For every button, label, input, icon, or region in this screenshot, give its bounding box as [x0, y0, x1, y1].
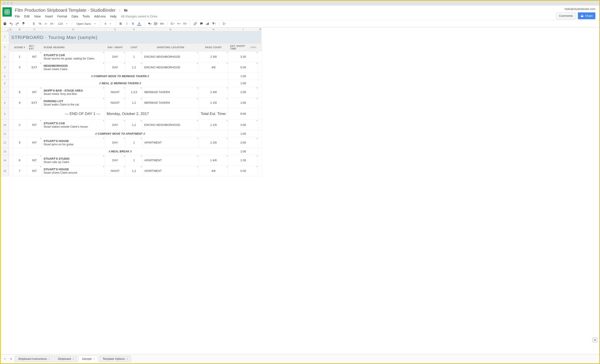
scene-heading[interactable]: PARKING LOTStuart walks Claire to the ca… — [42, 98, 105, 108]
folder-icon[interactable] — [124, 9, 128, 12]
dropdown-icon[interactable] — [40, 120, 41, 121]
dropdown-icon[interactable] — [103, 138, 104, 139]
scene-location[interactable]: ENCINO NEIGHBORHOOD — [142, 120, 199, 130]
dropdown-icon[interactable] — [40, 88, 41, 89]
col-header-C[interactable]: C — [27, 27, 42, 32]
borders-icon[interactable]: ▾ — [154, 22, 158, 26]
row-header[interactable]: 14 — [1, 155, 9, 166]
menu-data[interactable]: Data — [72, 15, 78, 18]
sheet-title[interactable]: STRIPBOARD · Touring Man (sample) — [9, 32, 261, 43]
dropdown-icon[interactable] — [124, 138, 125, 139]
dropdown-icon[interactable] — [103, 156, 104, 157]
tab-sample[interactable]: Sample▾ — [79, 355, 98, 362]
dropdown-icon[interactable] — [256, 63, 257, 64]
merge-cells-icon[interactable]: ▾ — [160, 22, 164, 26]
scene-int-ext[interactable]: INT — [27, 120, 42, 130]
all-sheets-button[interactable]: ≡ — [9, 356, 13, 361]
dropdown-icon[interactable] — [141, 88, 142, 89]
scene-number[interactable]: 1 — [12, 52, 27, 62]
redo-icon[interactable] — [15, 22, 19, 26]
scene-int-ext[interactable]: INT — [27, 52, 42, 62]
row-header[interactable]: 15 — [1, 166, 9, 176]
scene-number[interactable]: 5 — [12, 137, 27, 148]
dropdown-icon[interactable] — [103, 166, 104, 167]
dropdown-icon[interactable] — [226, 63, 227, 64]
italic-icon[interactable]: I — [125, 22, 129, 26]
filter-icon[interactable]: ▾ — [212, 22, 216, 26]
header-gap2[interactable] — [258, 43, 262, 52]
dropdown-icon[interactable] — [141, 138, 142, 139]
dropdown-icon[interactable] — [256, 88, 257, 89]
dropdown-icon[interactable] — [226, 166, 227, 167]
dropdown-icon[interactable] — [124, 166, 125, 167]
scene-cast[interactable]: 1,2 — [126, 166, 142, 176]
scene-shoot-time[interactable]: 0:30 — [228, 62, 258, 73]
scene-int-ext[interactable]: INT — [27, 87, 42, 98]
scene-shoot-time[interactable]: 2:00 — [228, 87, 258, 98]
scene-heading[interactable]: STUART'S HOUSEStuart jams on his guitar. — [42, 137, 105, 148]
scene-heading[interactable]: STUART'S HOUSEStuart shows Claire around… — [42, 166, 105, 176]
align-v-icon[interactable]: ▾ — [177, 22, 181, 26]
dropdown-icon[interactable] — [103, 63, 104, 64]
scene-location[interactable]: MERMAID TAVERN — [142, 87, 199, 98]
dropdown-icon[interactable] — [197, 63, 198, 64]
scene-number[interactable]: 6 — [12, 155, 27, 166]
dropdown-icon[interactable] — [124, 52, 125, 53]
dropdown-icon[interactable] — [226, 52, 227, 53]
scene-location[interactable]: ENCINO NEIGHBORHOOD — [142, 52, 199, 62]
text-color-icon[interactable]: A — [137, 22, 141, 26]
paint-format-icon[interactable] — [21, 22, 26, 26]
row-header[interactable]: 12 — [1, 137, 9, 148]
tab-stripboard[interactable]: Stripboard▾ — [55, 355, 77, 362]
dropdown-icon[interactable] — [40, 63, 41, 64]
col-header-D[interactable]: D — [42, 27, 105, 32]
scene-gap2[interactable] — [258, 120, 262, 130]
menu-format[interactable]: Format — [57, 15, 67, 18]
increase-decimal-icon[interactable]: .00→ — [50, 22, 55, 26]
sheets-logo-icon[interactable] — [2, 7, 12, 17]
format-percent-icon[interactable]: % — [38, 22, 42, 26]
chart-icon[interactable] — [206, 22, 210, 26]
menu-file[interactable]: File — [15, 15, 20, 18]
band-label[interactable]: // MEAL BREAK // — [12, 148, 228, 155]
scene-page-count[interactable]: 1 4/8 — [199, 155, 228, 166]
scene-gap2[interactable] — [258, 137, 262, 148]
selectall-corner[interactable] — [1, 27, 9, 32]
align-h-icon[interactable]: ▾ — [170, 22, 174, 26]
scene-shoot-time[interactable]: 1:00 — [228, 98, 258, 108]
scene-day-night[interactable]: NIGHT — [105, 87, 126, 98]
dropdown-icon[interactable] — [226, 88, 227, 89]
dropdown-icon[interactable] — [141, 166, 142, 167]
dropdown-icon[interactable] — [197, 88, 198, 89]
scene-cast[interactable]: 1,2 — [126, 98, 142, 108]
row-header[interactable]: 9 — [1, 108, 9, 120]
eod-gap2[interactable] — [258, 108, 262, 120]
scene-gap2[interactable] — [258, 98, 262, 108]
col-header-H[interactable]: H — [199, 27, 228, 32]
dropdown-icon[interactable] — [103, 88, 104, 89]
band-gap2[interactable] — [258, 73, 262, 80]
header-location[interactable]: SHOOTING LOCATION — [142, 43, 199, 52]
band-time[interactable]: 1:00 — [228, 130, 258, 137]
col-header-J[interactable]: J▾ — [258, 27, 261, 32]
explore-button[interactable]: ✦ — [592, 337, 598, 343]
menu-addons[interactable]: Add-ons — [94, 15, 106, 18]
scene-page-count[interactable]: 2 3/8 — [199, 52, 228, 62]
header-cast[interactable]: CAST — [126, 43, 142, 52]
functions-icon[interactable]: Σ▾ — [222, 22, 226, 26]
scene-cast[interactable]: 1 — [126, 137, 142, 148]
header-page-count[interactable]: PAGE COUNT — [199, 43, 228, 52]
number-format-dropdown[interactable]: 123 — [57, 22, 69, 26]
scene-number[interactable]: 2 — [12, 120, 27, 130]
scene-shoot-time[interactable]: 2:00 — [228, 137, 258, 148]
dropdown-icon[interactable] — [103, 120, 104, 121]
scene-location[interactable]: MERMAID TAVERN — [142, 98, 199, 108]
scene-number[interactable]: 9 — [12, 87, 27, 98]
scene-shoot-time[interactable]: 3:30 — [228, 52, 258, 62]
scene-page-count[interactable]: 4/8 — [199, 62, 228, 73]
eod-total-label[interactable]: Total Est. Time: — [199, 108, 228, 120]
row-header[interactable]: 8 — [1, 98, 9, 108]
row-header[interactable]: 1 — [1, 32, 9, 41]
dropdown-icon[interactable] — [124, 98, 125, 99]
scene-int-ext[interactable]: INT — [27, 155, 42, 166]
